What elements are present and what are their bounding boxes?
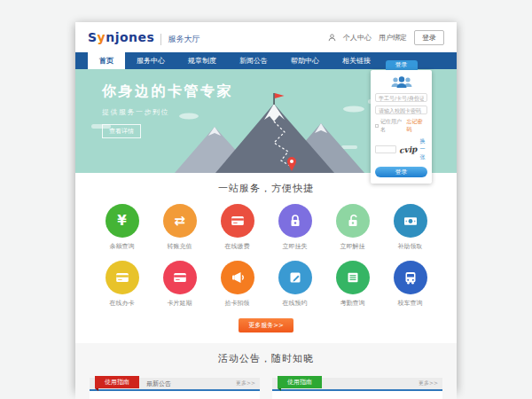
announcements-title: 活动公告，随时知晓: [75, 352, 457, 365]
captcha-input[interactable]: [375, 145, 396, 153]
bus-icon: [394, 261, 427, 294]
tab-usage-guide-right[interactable]: 使用指南: [278, 376, 322, 388]
captcha-image[interactable]: cvip: [399, 145, 418, 154]
service-subsidy-collect[interactable]: 补助领取: [381, 204, 439, 251]
nav-item-news[interactable]: 新闻公告: [228, 52, 279, 69]
service-online-booking[interactable]: 在线预约: [266, 261, 324, 308]
forgot-password-link[interactable]: 忘记密码: [406, 118, 427, 134]
remember-label: 记住用户名: [380, 118, 406, 134]
unlock-icon: [336, 204, 370, 238]
nav-item-home[interactable]: 首页: [88, 52, 125, 69]
announcements-section: 活动公告，随时知晓 使用指南 最新公告 更多>> 使用指南 更多>>: [75, 343, 457, 399]
hero-subtitle: 提供服务一步到位: [102, 107, 233, 117]
login-tab[interactable]: 登录: [386, 60, 418, 70]
left-panel-content: [90, 389, 260, 399]
users-icon: [388, 75, 415, 90]
user-icon: [328, 34, 336, 42]
service-online-payment[interactable]: 在线缴费: [208, 204, 266, 251]
card-icon: [106, 261, 139, 294]
captcha-row: cvip 换一张: [375, 137, 427, 161]
announcements-left-panel: 使用指南 最新公告 更多>>: [90, 378, 260, 399]
hero-banner: 你身边的卡管专家 提供服务一步到位 查看详情 登录: [75, 69, 457, 173]
card-icon: [163, 261, 197, 294]
login-submit-button[interactable]: 登录: [375, 167, 427, 177]
more-services-button[interactable]: 更多服务>>: [239, 318, 293, 332]
personal-center-link[interactable]: 个人中心: [343, 33, 372, 43]
brand[interactable]: Synjones 服务大厅: [88, 30, 200, 45]
edit-icon: [278, 261, 312, 294]
service-transfer-recharge[interactable]: ⇄ 转账充值: [151, 204, 208, 251]
right-more-link[interactable]: 更多>>: [419, 379, 438, 387]
password-input[interactable]: [375, 106, 427, 114]
remember-checkbox[interactable]: [375, 124, 379, 128]
service-schoolbus-inquiry[interactable]: 校车查询: [381, 261, 439, 308]
site-tagline: 服务大厅: [160, 34, 200, 45]
services-title: 一站服务，方便快捷: [75, 182, 457, 195]
tab-usage-guide[interactable]: 使用指南: [95, 376, 139, 388]
username-input[interactable]: [375, 93, 427, 102]
yen-icon: ¥: [106, 204, 139, 238]
services-grid: ¥ 余额查询 ⇄ 转账充值 在线缴费 立即挂失: [93, 204, 439, 308]
hero-title: 你身边的卡管专家: [102, 82, 233, 101]
header-actions: 个人中心 用户绑定 登录: [328, 30, 444, 45]
service-release-loss[interactable]: 立即解挂: [324, 204, 381, 251]
tab-latest-announcements[interactable]: 最新公告: [146, 379, 171, 388]
left-more-link[interactable]: 更多>>: [236, 379, 255, 387]
right-panel-content: [272, 389, 442, 399]
remember-row: 记住用户名 忘记密码: [375, 118, 427, 134]
service-balance-inquiry[interactable]: ¥ 余额查询: [93, 204, 151, 251]
banknote-icon: [394, 204, 427, 238]
nav-item-service-center[interactable]: 服务中心: [125, 52, 176, 69]
captcha-refresh-link[interactable]: 换一张: [419, 137, 427, 161]
service-attendance-inquiry[interactable]: 考勤查询: [324, 261, 381, 308]
services-section: 一站服务，方便快捷 ¥ 余额查询 ⇄ 转账充值 在线缴费 立即挂失: [75, 173, 457, 332]
megaphone-icon: [221, 261, 254, 294]
announcements-right-panel: 使用指南 更多>>: [272, 378, 442, 399]
transfer-arrows-icon: ⇄: [163, 204, 197, 238]
header: Synjones 服务大厅 个人中心 用户绑定 登录: [75, 22, 457, 52]
nav-item-help-center[interactable]: 帮助中心: [279, 52, 331, 69]
logo: Synjones: [88, 30, 154, 44]
hero-text: 你身边的卡管专家 提供服务一步到位 查看详情: [102, 82, 233, 138]
card-icon: [221, 204, 254, 238]
service-online-card-apply[interactable]: 在线办卡: [93, 261, 151, 308]
header-login-button[interactable]: 登录: [414, 30, 444, 45]
list-icon: [336, 261, 370, 294]
user-binding-link[interactable]: 用户绑定: [379, 33, 407, 43]
service-report-loss[interactable]: 立即挂失: [266, 204, 324, 251]
page: Synjones 服务大厅 个人中心 用户绑定 登录 首页 服务中心 规章制度 …: [75, 22, 457, 391]
service-card-extension[interactable]: 卡片延期: [151, 261, 208, 308]
service-card-lost-found[interactable]: 拾卡招领: [208, 261, 266, 308]
nav-item-rules[interactable]: 规章制度: [176, 52, 228, 69]
hero-cta-button[interactable]: 查看详情: [102, 124, 141, 138]
lock-icon: [278, 204, 312, 238]
login-panel: 登录 记住用户名 忘记密码 cvip 换一张: [371, 60, 432, 184]
